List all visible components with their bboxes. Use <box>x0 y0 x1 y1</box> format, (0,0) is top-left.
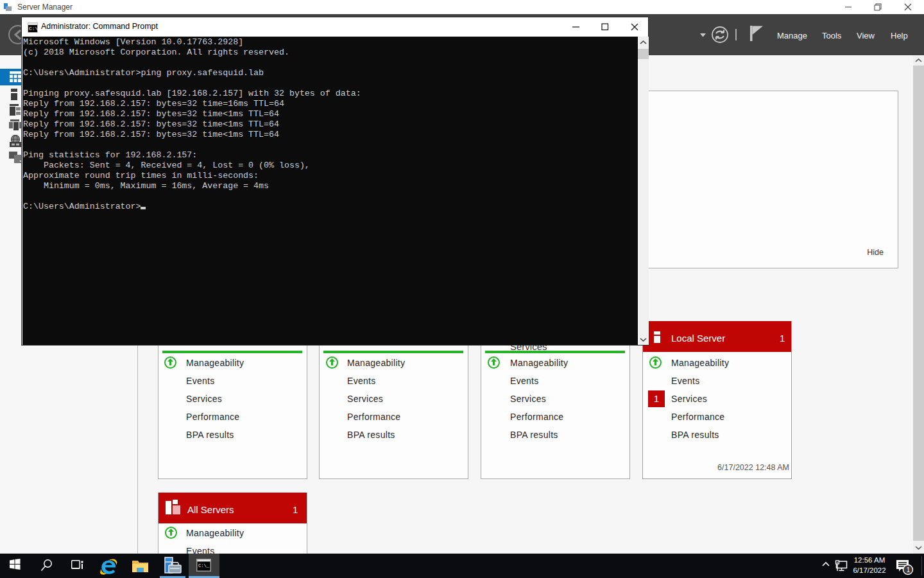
svg-text:1: 1 <box>907 566 911 574</box>
svg-text:C:\_: C:\_ <box>198 563 210 568</box>
svg-text:C:\: C:\ <box>29 26 38 31</box>
